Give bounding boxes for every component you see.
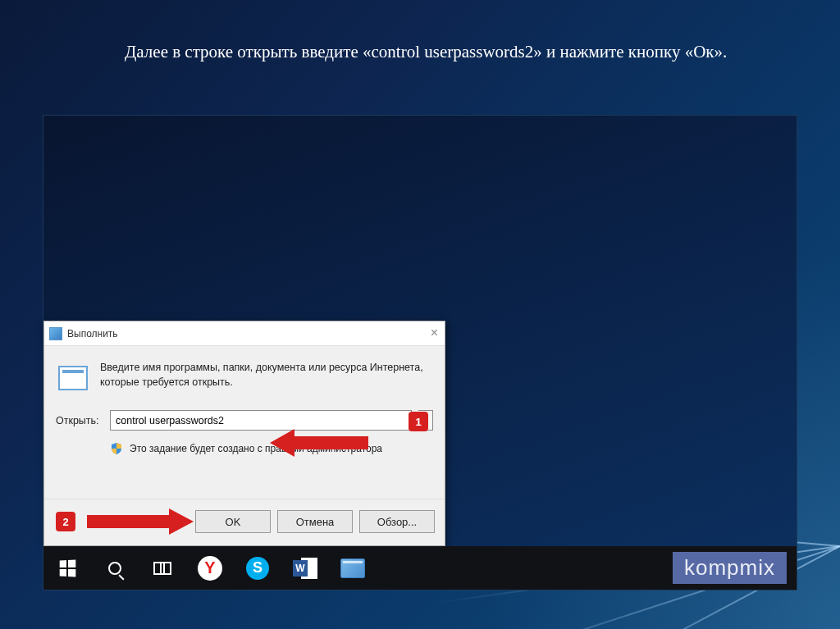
windows-logo-icon [60,559,76,577]
run-dialog: Выполнить × Введите имя программы, папки… [43,321,445,546]
skype-icon: S [246,557,269,580]
dialog-description: Введите имя программы, папки, документа … [100,361,433,390]
dialog-titlebar[interactable]: Выполнить × [44,321,445,346]
skype-button[interactable]: S [234,546,281,590]
cancel-button[interactable]: Отмена [277,510,353,533]
arrow-annotation-2 [87,507,194,536]
ok-button[interactable]: OK [195,510,271,533]
search-icon [108,562,121,575]
annotation-badge-1: 1 [409,412,428,431]
arrow-annotation-1 [270,426,368,459]
task-view-button[interactable] [139,546,186,590]
yandex-browser-button[interactable]: Y [186,546,234,590]
screenshot-container: Выполнить × Введите имя программы, папки… [43,115,797,590]
shield-icon [110,442,123,455]
watermark: kompmix [673,552,787,584]
dialog-button-row: OK Отмена Обзор... 2 [44,499,445,544]
browse-button[interactable]: Обзор... [359,510,435,533]
word-button[interactable] [281,546,329,590]
word-icon [293,558,317,579]
annotation-badge-2: 2 [56,512,75,531]
run-dialog-icon [56,361,90,395]
open-label: Открыть: [56,415,103,426]
run-icon [49,327,62,340]
yandex-icon: Y [198,556,222,581]
close-icon[interactable]: × [431,326,438,340]
control-panel-icon [340,558,365,578]
task-view-icon [153,562,171,575]
control-panel-button[interactable] [329,546,377,590]
start-button[interactable] [43,546,91,590]
dialog-title: Выполнить [67,328,118,340]
instruction-text: Далее в строке открыть введите «control … [43,39,797,66]
search-button[interactable] [91,546,139,590]
dialog-body: Введите имя программы, папки, документа … [44,346,445,499]
